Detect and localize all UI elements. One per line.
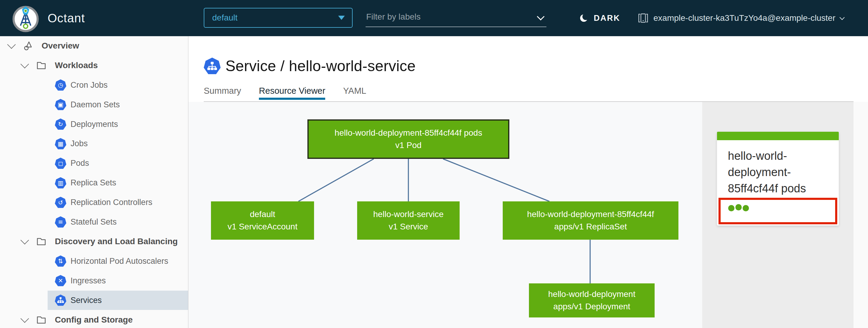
sidebar-item-horizontal-pod-autoscalers[interactable]: ⇅ Horizontal Pod Autoscalers xyxy=(0,251,188,271)
sidebar-item-label: Stateful Sets xyxy=(70,217,117,227)
octant-logo-icon xyxy=(11,4,40,32)
card-title: hello-world-deployment-85ff4cf44f pods xyxy=(717,140,839,197)
node-name: hello-world-service xyxy=(373,208,443,221)
octant-app: Octant default DARK example-cluster-ka3T… xyxy=(0,0,868,328)
daemon-sets-icon: ▣ xyxy=(55,99,66,110)
service-icon xyxy=(204,58,221,74)
sidebar-item-discovery-and-load-balancing[interactable]: Discovery and Load Balancing xyxy=(0,232,188,251)
replica-sets-icon: ▥ xyxy=(55,177,66,189)
sidebar-item-label: Replication Controllers xyxy=(70,198,153,207)
sidebar-item-overview[interactable]: Overview xyxy=(0,36,188,56)
cluster-switcher[interactable]: example-cluster-ka3TuTzYo4a@example-clus… xyxy=(637,0,844,36)
folder-icon xyxy=(36,60,47,71)
sidebar-item-replication-controllers[interactable]: ↺ Replication Controllers xyxy=(0,192,188,212)
sidebar-item-label: Ingresses xyxy=(70,276,106,286)
folder-icon xyxy=(36,236,47,247)
node-kind: v1 Pod xyxy=(395,139,421,152)
sidebar-item-label: Deployments xyxy=(70,120,118,129)
sidebar-item-label: Horizontal Pod Autoscalers xyxy=(70,257,168,266)
node-kind: v1 Service xyxy=(389,221,428,233)
graph-node-replicaset[interactable]: hello-world-deployment-85ff4cf44f apps/v… xyxy=(503,201,678,240)
chevron-down-icon xyxy=(839,15,844,20)
resource-graph: hello-world-deployment-85ff4cf44f pods v… xyxy=(188,102,702,328)
pod-status-dot xyxy=(728,205,735,211)
overview-icon xyxy=(22,40,34,52)
stateful-sets-icon: ≡ xyxy=(55,216,66,228)
sidebar-item-daemon-sets[interactable]: ▣ Daemon Sets xyxy=(0,95,188,115)
sidebar-item-label: Replica Sets xyxy=(70,178,116,187)
graph-node-deployment[interactable]: hello-world-deployment apps/v1 Deploymen… xyxy=(529,284,655,318)
graph-node-service[interactable]: hello-world-service v1 Service xyxy=(357,201,460,240)
sidebar-item-services[interactable]: Services xyxy=(0,291,188,310)
label-filter xyxy=(366,9,547,27)
sidebar-item-replica-sets[interactable]: ▥ Replica Sets xyxy=(0,173,188,192)
sidebar-item-label: Overview xyxy=(41,41,79,51)
chevron-down-icon[interactable] xyxy=(7,40,16,49)
sidebar-item-config-and-storage[interactable]: Config and Storage xyxy=(0,310,188,328)
moon-icon xyxy=(579,13,590,23)
namespace-value: default xyxy=(204,13,338,23)
sidebar-item-stateful-sets[interactable]: ≡ Stateful Sets xyxy=(0,212,188,232)
filter-input[interactable] xyxy=(366,12,538,24)
sidebar-item-pods[interactable]: ◻ Pods xyxy=(0,153,188,173)
cluster-icon xyxy=(637,12,649,24)
chevron-down-icon[interactable] xyxy=(21,60,29,68)
chevron-down-icon[interactable] xyxy=(21,315,29,323)
sidebar-item-label: Daemon Sets xyxy=(70,100,120,110)
app-title: Octant xyxy=(48,0,85,36)
sidebar-item-jobs[interactable]: ▦ Jobs xyxy=(0,134,188,153)
right-margin xyxy=(854,102,868,328)
sidebar: Overview Workloads ◷ Cron Jobs ▣ Daemon … xyxy=(0,36,188,328)
node-name: hello-world-deployment-85ff4cf44f xyxy=(527,208,654,221)
tab-resource-viewer[interactable]: Resource Viewer xyxy=(259,86,325,100)
node-kind: v1 ServiceAccount xyxy=(227,221,298,233)
chevron-down-icon[interactable] xyxy=(537,13,544,20)
node-name: default xyxy=(250,208,275,221)
pods-icon: ◻ xyxy=(55,158,66,169)
jobs-icon: ▦ xyxy=(55,138,66,150)
page-title: Service / hello-world-service xyxy=(225,57,415,75)
chevron-down-icon[interactable] xyxy=(21,236,29,244)
node-name: hello-world-deployment xyxy=(548,288,635,301)
node-name: hello-world-deployment-85ff4cf44f pods xyxy=(335,127,482,139)
cron-jobs-icon: ◷ xyxy=(55,79,66,91)
pod-status-dot xyxy=(743,205,749,211)
cluster-name: example-cluster-ka3TuTzYo4a@example-clus… xyxy=(653,13,835,23)
caret-down-icon xyxy=(338,16,345,20)
card-status-bar xyxy=(717,132,839,140)
node-kind: apps/v1 Deployment xyxy=(553,301,630,313)
folder-icon xyxy=(36,314,47,326)
sidebar-item-workloads[interactable]: Workloads xyxy=(0,56,188,76)
pod-status-dot xyxy=(735,204,742,210)
pod-status-highlight xyxy=(718,198,837,224)
namespace-select[interactable]: default xyxy=(204,8,352,28)
sidebar-item-label: Discovery and Load Balancing xyxy=(55,237,178,246)
sidebar-item-label: Jobs xyxy=(70,139,88,148)
sidebar-item-label: Cron Jobs xyxy=(70,81,107,90)
theme-toggle-label: DARK xyxy=(594,13,620,23)
ingresses-icon: ✕ xyxy=(55,275,66,287)
sidebar-item-label: Workloads xyxy=(55,61,98,70)
tab-summary[interactable]: Summary xyxy=(204,86,241,100)
replication-controllers-icon: ↺ xyxy=(55,197,66,208)
deployments-icon: ↻ xyxy=(55,118,66,130)
tab-yaml[interactable]: YAML xyxy=(343,86,366,100)
sidebar-item-cron-jobs[interactable]: ◷ Cron Jobs xyxy=(0,76,188,95)
sidebar-item-label: Pods xyxy=(70,158,89,168)
sidebar-item-label: Config and Storage xyxy=(55,315,133,325)
app-header: Octant default DARK example-cluster-ka3T… xyxy=(0,0,868,36)
sidebar-item-deployments[interactable]: ↻ Deployments xyxy=(0,115,188,134)
theme-toggle-button[interactable]: DARK xyxy=(579,0,620,36)
horizontal-pod-autoscalers-icon: ⇅ xyxy=(55,255,66,267)
node-kind: apps/v1 ReplicaSet xyxy=(554,221,627,233)
graph-node-pod[interactable]: hello-world-deployment-85ff4cf44f pods v… xyxy=(307,119,509,159)
tab-bar: Summary Resource Viewer YAML xyxy=(204,86,366,100)
sidebar-item-label: Services xyxy=(70,296,102,305)
detail-panel: hello-world-deployment-85ff4cf44f pods xyxy=(702,102,854,328)
selected-node-card[interactable]: hello-world-deployment-85ff4cf44f pods xyxy=(717,132,839,226)
graph-node-serviceaccount[interactable]: default v1 ServiceAccount xyxy=(211,201,314,240)
sidebar-item-ingresses[interactable]: ✕ Ingresses xyxy=(0,271,188,291)
services-icon xyxy=(55,295,66,306)
